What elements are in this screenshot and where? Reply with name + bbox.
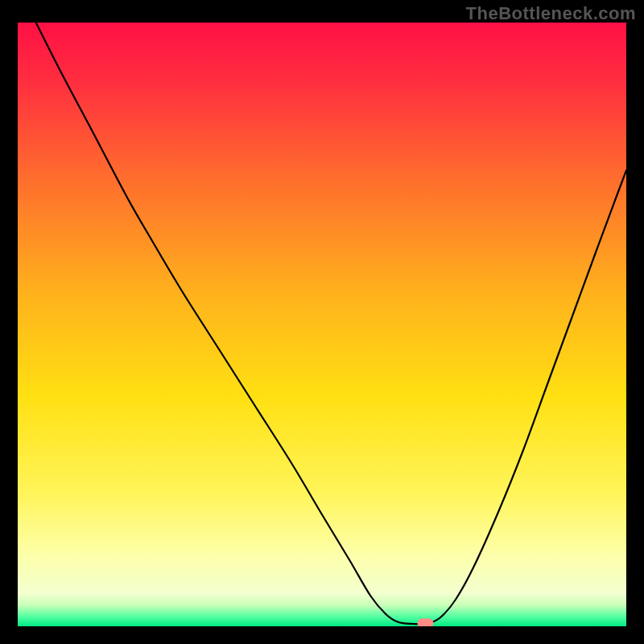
chart-frame: TheBottleneck.com [0, 0, 644, 644]
gradient-background [18, 23, 626, 626]
chart-svg [18, 23, 626, 626]
plot-area [18, 23, 626, 626]
watermark-text: TheBottleneck.com [466, 3, 636, 24]
optimal-marker [418, 618, 434, 626]
